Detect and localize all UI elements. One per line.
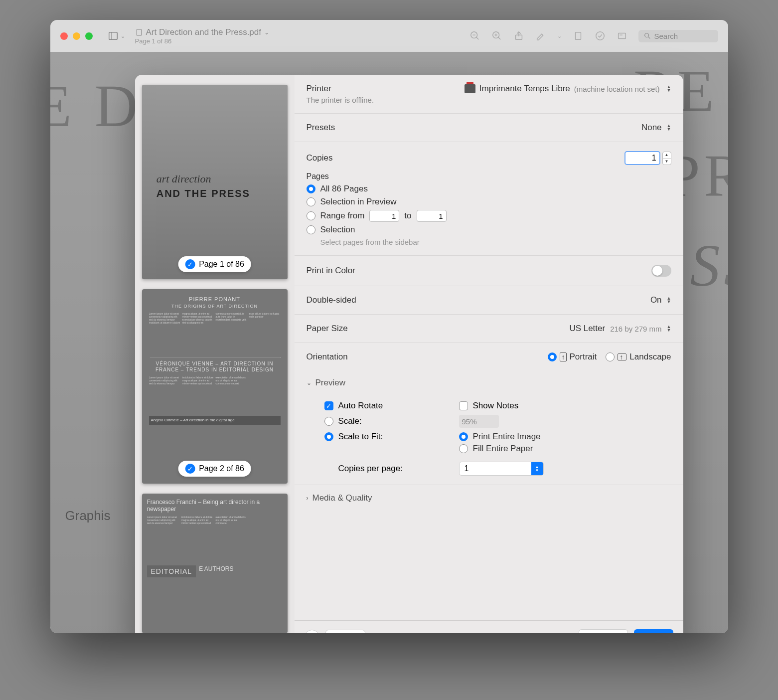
show-notes-label: Show Notes [473, 401, 519, 411]
thumb-heading: VÉRONIQUE VIENNE – ART DIRECTION IN FRAN… [149, 361, 281, 373]
range-from-input[interactable] [369, 210, 399, 222]
pages-hint: Select pages from the sidebar [320, 238, 671, 246]
paper-size-select[interactable]: US Letter 216 by 279 mm ▲▼ [569, 324, 671, 334]
window-controls [60, 32, 93, 40]
printer-select[interactable]: Imprimante Temps Libre (machine location… [465, 84, 671, 94]
zoom-out-icon[interactable] [469, 30, 480, 41]
thumbnail-page-1[interactable]: art direction AND THE PRESS ✓ Page 1 of … [142, 85, 288, 279]
chevron-updown-icon: ▲▼ [667, 297, 671, 304]
double-sided-select[interactable]: On ▲▼ [650, 295, 671, 305]
print-settings: Printer Imprimante Temps Libre (machine … [295, 75, 683, 633]
sidebar-toggle[interactable]: ⌄ [108, 30, 125, 41]
scale-fit-radio[interactable] [324, 432, 333, 441]
scale-radio[interactable] [324, 417, 333, 426]
copies-per-select[interactable]: 1 ▲▼ [459, 462, 544, 476]
pages-range-option[interactable]: Range from to [307, 210, 671, 222]
close-window-button[interactable] [60, 32, 68, 40]
radio-icon [307, 225, 315, 234]
thumb-heading: E AUTHORS [199, 565, 233, 572]
minimize-window-button[interactable] [73, 32, 80, 40]
pages-label: Pages [307, 172, 671, 181]
paper-size-value: US Letter [569, 324, 605, 334]
thumbnail-page-2[interactable]: PIERRE PONANT THE ORIGINS OF ART DIRECTI… [142, 289, 288, 484]
thumbnail-label: ✓ Page 1 of 86 [178, 256, 251, 272]
presets-value: None [641, 123, 662, 133]
show-notes-checkbox[interactable] [459, 401, 468, 410]
paper-size-label: Paper Size [307, 324, 348, 334]
printer-icon [465, 84, 475, 93]
copies-label: Copies [307, 153, 333, 163]
chevron-down-icon[interactable]: ⌄ [264, 29, 269, 36]
thumbnail-page-3[interactable]: Francesco Franchi – Being art director i… [142, 494, 288, 633]
chevron-down-icon: ⌄ [307, 379, 311, 386]
thumb-heading: THE ORIGINS OF ART DIRECTION [149, 304, 281, 309]
fill-paper-option[interactable]: Fill Entire Paper [459, 444, 541, 454]
radio-icon [548, 352, 557, 361]
print-entire-option[interactable]: Print Entire Image [459, 432, 541, 442]
chevron-down-icon[interactable]: ⌄ [557, 33, 562, 39]
radio-icon [307, 184, 315, 193]
print-dialog: art direction AND THE PRESS ✓ Page 1 of … [135, 75, 683, 633]
thumb-heading: PIERRE PONANT [149, 296, 281, 303]
pages-all-option[interactable]: All 86 Pages [307, 184, 671, 194]
radio-icon [307, 197, 315, 206]
pdf-label: PDF [331, 633, 347, 634]
search-field[interactable]: Search [638, 30, 718, 42]
pages-selection-label: Selection [320, 225, 355, 235]
presets-select[interactable]: None ▲▼ [641, 123, 671, 133]
highlight-icon[interactable] [535, 30, 546, 41]
chevron-updown-icon: ▲▼ [667, 325, 671, 332]
markup-icon[interactable] [595, 30, 606, 41]
chevron-updown-icon: ▲▼ [667, 124, 671, 131]
color-label: Print in Color [307, 266, 355, 276]
landscape-label: Landscape [629, 352, 671, 362]
thumb-art-text: art direction [156, 173, 211, 185]
auto-rotate-checkbox[interactable]: ✓ [324, 401, 333, 410]
cancel-button[interactable]: Cancel [579, 629, 628, 634]
svg-line-4 [476, 37, 478, 40]
rotate-icon[interactable] [573, 30, 584, 41]
double-sided-value: On [650, 295, 662, 305]
thumb-heading: Francesco Franchi – Being art director i… [147, 499, 283, 513]
chevron-right-icon: › [307, 495, 309, 502]
search-icon [643, 32, 651, 40]
svg-point-16 [644, 33, 648, 37]
radio-icon [459, 444, 468, 453]
preview-header-label: Preview [315, 378, 345, 388]
orientation-landscape[interactable]: ↑ Landscape [606, 352, 671, 362]
preview-disclosure[interactable]: ⌄ Preview [307, 378, 671, 388]
share-icon[interactable] [513, 30, 524, 41]
page-thumbnails[interactable]: art direction AND THE PRESS ✓ Page 1 of … [135, 75, 295, 633]
chevron-down-icon: ⌄ [121, 33, 125, 39]
radio-icon [307, 211, 315, 220]
media-quality-disclosure[interactable]: › Media & Quality [307, 493, 671, 503]
pdf-menu-button[interactable]: PDF ⌄ [325, 630, 365, 634]
help-button[interactable]: ? [305, 630, 319, 634]
stepper-up-icon[interactable]: ▲ [663, 152, 671, 159]
scale-input [459, 415, 499, 428]
pages-selection-option[interactable]: Selection [307, 225, 671, 235]
range-to-input[interactable] [417, 210, 447, 222]
pages-selpreview-label: Selection in Preview [320, 197, 397, 207]
copies-input[interactable] [624, 151, 660, 165]
orientation-label: Orientation [307, 352, 348, 362]
stepper-down-icon[interactable]: ▼ [663, 159, 671, 165]
document-icon [135, 28, 143, 37]
print-button[interactable]: Print [634, 629, 673, 634]
scale-label: Scale: [338, 416, 362, 426]
color-toggle[interactable] [651, 265, 671, 277]
toolbar: ⌄ Search [469, 30, 718, 42]
svg-rect-2 [137, 29, 141, 35]
media-header-label: Media & Quality [312, 493, 372, 503]
zoom-window-button[interactable] [85, 32, 93, 40]
orientation-portrait[interactable]: ↑ Portrait [548, 352, 597, 362]
pages-selection-preview-option[interactable]: Selection in Preview [307, 197, 671, 207]
svg-rect-14 [618, 33, 625, 39]
radio-icon [459, 432, 468, 441]
form-icon[interactable] [617, 30, 627, 41]
range-label: Range from [320, 211, 365, 221]
svg-rect-0 [109, 32, 117, 40]
zoom-in-icon[interactable] [491, 30, 502, 41]
copies-stepper[interactable]: ▲ ▼ [662, 152, 671, 165]
double-sided-label: Double-sided [307, 295, 356, 305]
